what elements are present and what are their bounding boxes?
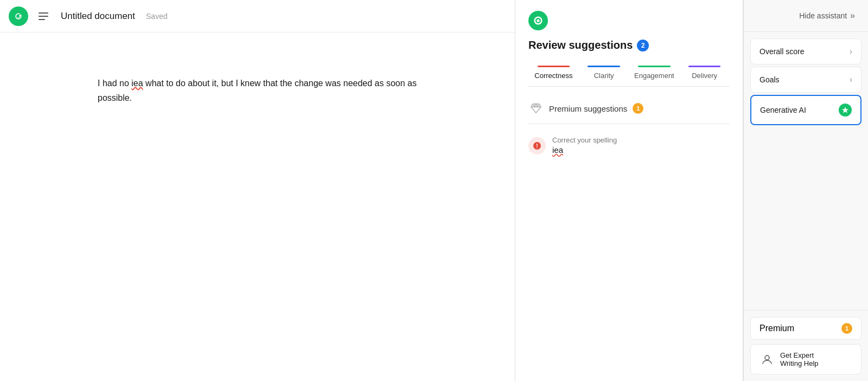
suggestion-misspelled-text: iea <box>552 145 617 154</box>
editor-text: I had no iea what to do about it, but I … <box>98 76 417 105</box>
svg-point-0 <box>13 11 24 22</box>
svg-rect-3 <box>39 19 45 20</box>
overall-score-label: Overall score <box>760 47 804 56</box>
suggestion-title: Correct your spelling <box>552 136 617 144</box>
premium-footer-label: Premium <box>760 324 794 333</box>
expert-writing-label: Get Expert Writing Help <box>780 351 819 367</box>
expert-label-line1: Get Expert <box>780 351 819 359</box>
text-before-misspelled: I had no <box>98 79 131 88</box>
editor-content[interactable]: I had no iea what to do about it, but I … <box>0 33 515 381</box>
clarity-label: Clarity <box>594 72 614 80</box>
delivery-label: Delivery <box>692 72 717 80</box>
engagement-indicator <box>638 66 670 67</box>
overall-score-item[interactable]: Overall score › <box>750 38 861 64</box>
hide-assistant-label: Hide assistant <box>799 11 847 20</box>
review-logo <box>528 11 548 30</box>
goals-chevron: › <box>850 75 852 85</box>
assistant-footer: Premium 1 Get Expert Writing Help <box>744 310 868 381</box>
suggestion-content: Correct your spelling iea <box>552 136 617 154</box>
review-body: Premium suggestions 1 ! Correct your spe… <box>515 87 743 381</box>
engagement-label: Engagement <box>634 72 674 80</box>
clarity-indicator <box>588 66 620 67</box>
review-title-row: Review suggestions 2 <box>528 39 730 51</box>
suggestion-divider <box>528 124 730 124</box>
suggestion-item[interactable]: ! Correct your spelling iea <box>528 131 730 160</box>
generative-ai-icon <box>839 104 852 117</box>
review-badge: 2 <box>637 40 649 51</box>
svg-point-6 <box>765 356 769 360</box>
tab-engagement[interactable]: Engagement <box>629 60 680 86</box>
premium-suggestions-label: Premium suggestions <box>549 104 627 113</box>
review-title: Review suggestions <box>528 39 633 51</box>
correctness-indicator <box>538 66 570 67</box>
tab-clarity[interactable]: Clarity <box>579 60 629 86</box>
premium-count-badge: 1 <box>633 103 643 114</box>
svg-rect-1 <box>39 12 48 14</box>
review-panel: Review suggestions 2 Correctness Clarity… <box>515 0 743 381</box>
assistant-panel: Hide assistant » Overall score › Goals ›… <box>743 0 868 381</box>
svg-rect-2 <box>39 16 48 17</box>
menu-icon[interactable] <box>35 8 52 25</box>
saved-status: Saved <box>146 12 168 21</box>
text-after-misspelled: what to do about it, but I knew that the… <box>98 79 417 102</box>
assistant-header: Hide assistant » <box>744 0 868 32</box>
delivery-indicator <box>688 66 720 67</box>
editor-panel: Untitled document Saved I had no iea wha… <box>0 0 515 381</box>
misspelled-word: iea <box>131 79 143 88</box>
premium-section: Premium suggestions 1 ! Correct your spe… <box>528 95 730 160</box>
tab-delivery[interactable]: Delivery <box>679 60 730 86</box>
spelling-error-icon: ! <box>528 137 546 154</box>
tab-correctness[interactable]: Correctness <box>528 60 579 86</box>
svg-text:!: ! <box>536 143 538 149</box>
generative-ai-label: Generative AI <box>760 106 806 114</box>
editor-toolbar: Untitled document Saved <box>0 0 515 33</box>
overall-score-chevron: › <box>850 47 852 56</box>
generative-ai-item[interactable]: Generative AI <box>750 95 861 125</box>
hide-assistant-button[interactable]: Hide assistant » <box>795 9 859 23</box>
correctness-label: Correctness <box>534 72 572 80</box>
expert-writing-icon <box>760 352 775 367</box>
premium-footer-item[interactable]: Premium 1 <box>750 317 861 340</box>
expert-writing-item[interactable]: Get Expert Writing Help <box>750 344 861 374</box>
review-header: Review suggestions 2 Correctness Clarity… <box>515 0 743 87</box>
diamond-icon <box>528 101 544 116</box>
doc-title: Untitled document <box>61 11 135 22</box>
premium-footer-badge: 1 <box>841 323 852 334</box>
goals-item[interactable]: Goals › <box>750 67 861 93</box>
premium-header[interactable]: Premium suggestions 1 <box>528 95 730 121</box>
grammarly-logo[interactable] <box>9 7 28 26</box>
goals-label: Goals <box>760 75 780 84</box>
assistant-body: Overall score › Goals › Generative AI <box>744 32 868 310</box>
chevrons-right-icon: » <box>850 11 855 21</box>
expert-label-line2: Writing Help <box>780 359 819 367</box>
review-tabs: Correctness Clarity Engagement Delivery <box>528 60 730 87</box>
